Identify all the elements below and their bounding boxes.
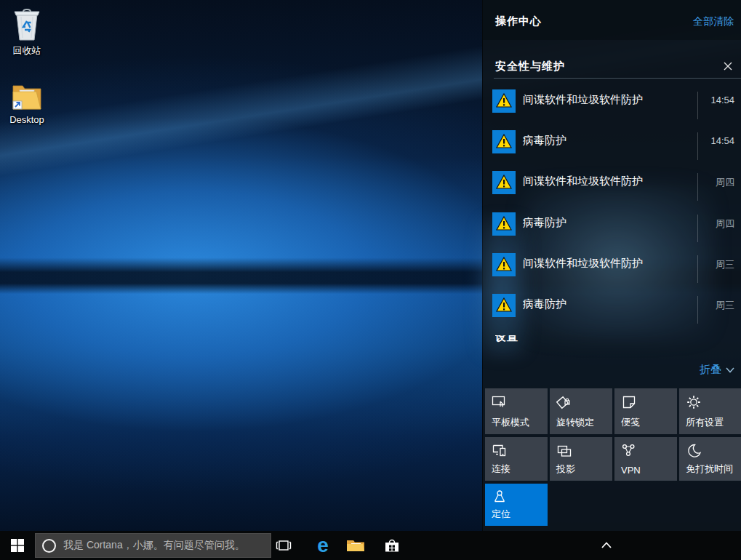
quiet-hours-moon-icon <box>686 443 702 459</box>
tile-label: VPN <box>621 465 641 476</box>
tray-expand-button[interactable] <box>601 531 618 560</box>
quick-actions-grid: 平板模式 旋转锁定 便笺 <box>485 388 741 526</box>
action-center-title: 操作中心 <box>495 15 542 28</box>
quick-action-location[interactable]: 定位 <box>485 484 548 526</box>
notification-time: 14:54 <box>701 95 734 105</box>
notification-title: 间谍软件和垃圾软件防护 <box>523 175 643 188</box>
chevron-up-icon <box>601 531 612 560</box>
tile-label: 定位 <box>492 508 510 521</box>
notification-item[interactable]: 间谍软件和垃圾软件防护 周三 <box>483 249 741 290</box>
quick-action-connect[interactable]: 连接 <box>485 437 548 481</box>
quick-action-tablet-mode[interactable]: 平板模式 <box>485 388 548 434</box>
settings-gear-icon <box>686 394 702 410</box>
next-group-title-clipped: 设置 <box>495 335 518 347</box>
desktop-icon-desktop-folder[interactable]: Desktop <box>0 80 58 125</box>
notification-divider <box>697 296 698 324</box>
warning-icon <box>492 212 516 236</box>
notification-divider <box>697 132 698 160</box>
quick-action-project[interactable]: 投影 <box>550 437 612 481</box>
notification-time: 14:54 <box>701 135 734 146</box>
quick-action-note[interactable]: 便笺 <box>614 388 677 434</box>
store-icon <box>382 531 401 560</box>
project-icon <box>556 443 572 459</box>
tile-label: 连接 <box>492 463 510 476</box>
start-button[interactable] <box>0 531 35 560</box>
notification-divider <box>697 173 698 201</box>
notification-item[interactable]: 间谍软件和垃圾软件防护 14:54 <box>483 86 741 127</box>
notification-title: 间谍软件和垃圾软件防护 <box>523 257 643 271</box>
desktop-icon-label: 回收站 <box>0 44 58 57</box>
notification-title: 间谍软件和垃圾软件防护 <box>523 93 643 107</box>
warning-icon <box>492 171 516 194</box>
warning-icon <box>492 294 516 317</box>
action-center-panel: 操作中心 全部清除 安全性与维护 间谍软件和垃圾软件防护 14:54 病毒防护 … <box>482 0 741 560</box>
chevron-down-icon <box>726 367 734 373</box>
quick-action-all-settings[interactable]: 所有设置 <box>679 388 741 434</box>
recycle-bin-icon <box>10 6 44 42</box>
tile-label: 平板模式 <box>492 416 529 429</box>
collapse-button[interactable]: 折叠 <box>700 363 734 377</box>
notification-item[interactable]: 病毒防护 14:54 <box>483 127 741 167</box>
warning-icon <box>492 253 516 276</box>
file-explorer-button[interactable] <box>343 531 368 560</box>
notification-time: 周三 <box>701 299 734 312</box>
desktop-icon-label: Desktop <box>0 114 58 125</box>
tile-label: 旋转锁定 <box>556 416 594 429</box>
cortana-ring-icon <box>42 539 56 553</box>
notification-divider <box>697 92 698 119</box>
search-placeholder: 我是 Cortana，小娜。有问题尽管问我。 <box>63 539 245 552</box>
quick-action-quiet-hours[interactable]: 免打扰时间 <box>679 437 741 481</box>
notification-item[interactable]: 间谍软件和垃圾软件防护 周四 <box>483 167 741 208</box>
notification-title: 病毒防护 <box>523 216 566 230</box>
store-button[interactable] <box>380 531 404 560</box>
close-icon[interactable] <box>723 61 733 71</box>
rotation-lock-icon <box>556 394 572 410</box>
taskbar: 我是 Cortana，小娜。有问题尽管问我。 e <box>0 531 741 560</box>
notification-item[interactable]: 病毒防护 周三 <box>483 290 741 331</box>
clear-all-link[interactable]: 全部清除 <box>693 15 734 28</box>
collapse-label: 折叠 <box>700 363 721 377</box>
cortana-search-box[interactable]: 我是 Cortana，小娜。有问题尽管问我。 <box>35 533 271 558</box>
edge-button[interactable]: e <box>311 531 335 560</box>
tablet-mode-icon <box>492 394 508 410</box>
group-divider <box>494 78 741 79</box>
quick-action-vpn[interactable]: VPN <box>614 437 677 481</box>
tile-label: 所有设置 <box>686 416 724 429</box>
notification-time: 周四 <box>701 176 734 189</box>
notification-time: 周四 <box>701 217 734 231</box>
tile-label: 便笺 <box>621 416 640 429</box>
quick-action-rotation-lock[interactable]: 旋转锁定 <box>550 388 612 434</box>
file-explorer-icon <box>345 531 366 560</box>
task-view-button[interactable] <box>271 531 296 560</box>
notification-item[interactable]: 病毒防护 周四 <box>483 209 741 249</box>
windows-logo-icon <box>11 539 24 552</box>
notification-title: 病毒防护 <box>523 297 566 311</box>
notification-title: 病毒防护 <box>523 134 566 148</box>
action-center-header: 操作中心 全部清除 <box>483 0 741 40</box>
notification-divider <box>697 255 698 283</box>
notification-time: 周三 <box>701 258 734 271</box>
vpn-icon <box>621 443 637 459</box>
notification-group-title: 安全性与维护 <box>495 60 565 73</box>
warning-icon <box>492 130 516 153</box>
note-icon <box>621 394 637 410</box>
desktop-folder-icon <box>10 80 44 112</box>
windows-desktop: 回收站 Desktop 操作中心 全部清除 安全性与维护 <box>0 0 741 560</box>
desktop-icon-recycle-bin[interactable]: 回收站 <box>0 6 58 57</box>
connect-icon <box>492 443 508 459</box>
task-view-icon <box>274 531 293 560</box>
edge-icon: e <box>313 531 333 560</box>
notification-divider <box>697 215 698 242</box>
location-icon <box>492 489 508 505</box>
tile-label: 免打扰时间 <box>686 463 733 476</box>
warning-icon <box>492 89 516 113</box>
tile-label: 投影 <box>556 463 575 476</box>
